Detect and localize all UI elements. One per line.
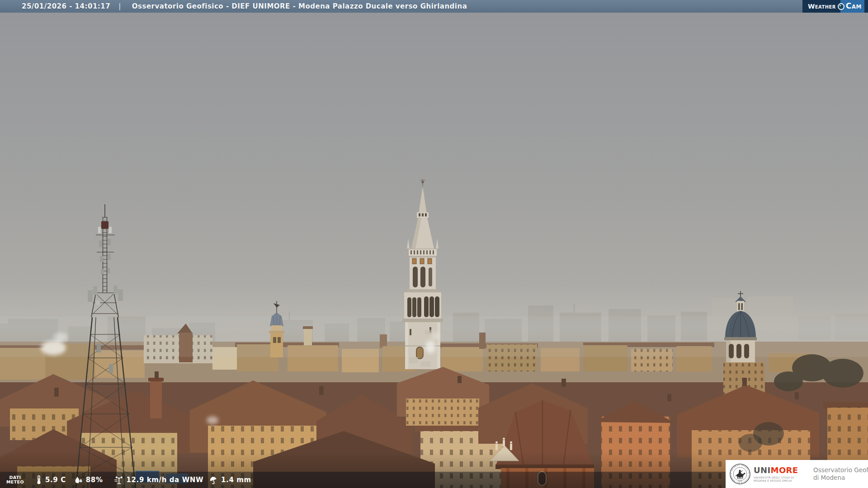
thermometer-icon bbox=[36, 475, 42, 485]
temperature-value: 5.9 C bbox=[45, 476, 66, 484]
umbrella-icon bbox=[209, 476, 218, 484]
weathercam-logo[interactable]: Weather Cam bbox=[802, 0, 868, 13]
svg-text:1175: 1175 bbox=[738, 481, 742, 483]
city-panorama-photo bbox=[0, 0, 868, 488]
timestamp: 25/01/2026 - 14:01:17 bbox=[22, 2, 110, 10]
unimore-branding[interactable]: UNIVERSITAS STUDIORUM MUTINENSIS ET REGI… bbox=[726, 460, 868, 488]
weathercam-word: Weather bbox=[808, 3, 836, 10]
unimore-more: MORE bbox=[771, 465, 798, 475]
anemometer-icon bbox=[114, 476, 123, 484]
camera-lens-icon bbox=[838, 3, 844, 10]
webcam-frame: 25/01/2026 - 14:01:17 | Osservatorio Geo… bbox=[0, 0, 868, 488]
unimore-uni: UNI bbox=[754, 465, 771, 475]
university-name: UNIVERSITÀ DEGLI STUDI DI MODENA E REGGI… bbox=[754, 476, 810, 483]
unimore-wordmark: UNIMORE UNIVERSITÀ DEGLI STUDI DI MODENA… bbox=[754, 466, 810, 483]
rain-value: 1.4 mm bbox=[221, 476, 251, 484]
rain-reading: 1.4 mm bbox=[209, 476, 251, 484]
unimore-seal-icon: UNIVERSITAS STUDIORUM MUTINENSIS ET REGI… bbox=[729, 463, 751, 485]
wind-reading: 12.9 km/h da WNW bbox=[114, 476, 204, 484]
camera-title: Osservatorio Geofisico - DIEF UNIMORE - … bbox=[132, 2, 467, 10]
water-drops-icon bbox=[74, 476, 83, 484]
wind-value: 12.9 km/h da WNW bbox=[127, 476, 204, 484]
humidity-reading: 88% bbox=[74, 476, 103, 484]
separator: | bbox=[118, 2, 121, 10]
humidity-value: 88% bbox=[86, 476, 103, 484]
status-bar: 25/01/2026 - 14:01:17 | Osservatorio Geo… bbox=[0, 0, 868, 13]
temperature-reading: 5.9 C bbox=[36, 475, 66, 485]
dati-meteo-label: DATI METEO bbox=[6, 475, 24, 484]
observatory-name: Osservatorio Geofisico di Modena bbox=[813, 466, 868, 482]
